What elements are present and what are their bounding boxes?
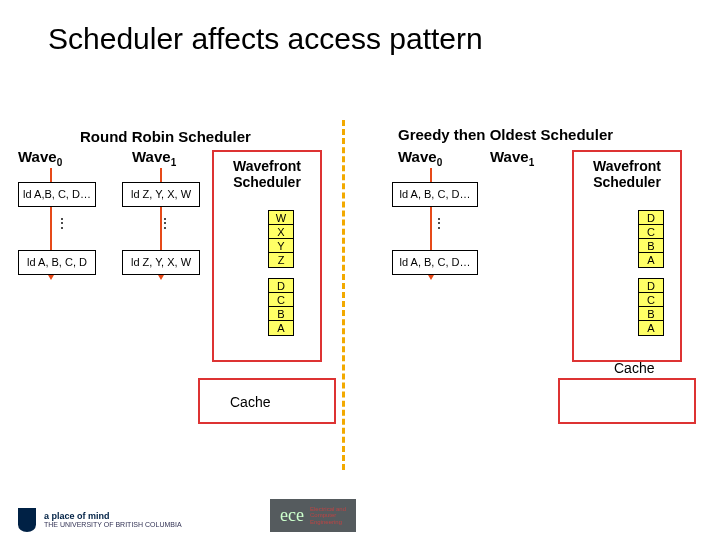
right-box-bot: ld A, B, C, D… xyxy=(392,250,478,275)
ubc-shield-icon xyxy=(18,508,36,532)
left-w1-box-bot: ld Z, Y, X, W xyxy=(122,250,200,275)
stack-cell: A xyxy=(639,321,663,335)
left-w0-box-top: ld A,B, C, D… xyxy=(18,182,96,207)
left-w1-box-top: ld Z, Y, X, W xyxy=(122,182,200,207)
right-scheduler-title: Greedy then Oldest Scheduler xyxy=(398,126,613,143)
ece-sub3: Engineering xyxy=(310,519,342,525)
footer-text: a place of mind THE UNIVERSITY OF BRITIS… xyxy=(44,512,182,529)
left-stack-top: W X Y Z xyxy=(268,210,294,268)
stack-cell: B xyxy=(639,307,663,321)
right-cache xyxy=(558,378,696,424)
ece-text: ece xyxy=(280,505,304,526)
stack-cell: C xyxy=(639,293,663,307)
page-title: Scheduler affects access pattern xyxy=(0,0,720,56)
stack-cell: B xyxy=(639,239,663,253)
stack-cell: D xyxy=(639,211,663,225)
stack-cell: A xyxy=(639,253,663,267)
left-stack-bot: D C B A xyxy=(268,278,294,336)
right-wave1-label: Wave1 xyxy=(490,148,534,168)
wave-sub: 1 xyxy=(171,157,177,168)
footer: a place of mind THE UNIVERSITY OF BRITIS… xyxy=(18,508,182,532)
left-scheduler-title: Round Robin Scheduler xyxy=(80,128,251,145)
ece-badge: ece Electrical and Computer Engineering xyxy=(270,499,356,532)
wave-sub: 1 xyxy=(529,157,535,168)
wave-sub: 0 xyxy=(57,157,63,168)
right-box-top: ld A, B, C, D… xyxy=(392,182,478,207)
left-wf-label: Wavefront Scheduler xyxy=(214,158,320,190)
left-wave0-label: Wave0 xyxy=(18,148,62,168)
ece-subtext: Electrical and Computer Engineering xyxy=(310,506,346,525)
stack-cell: A xyxy=(269,321,293,335)
stack-cell: Y xyxy=(269,239,293,253)
right-wf-label: Wavefront Scheduler xyxy=(574,158,680,190)
left-wave1-label: Wave1 xyxy=(132,148,176,168)
stack-cell: B xyxy=(269,307,293,321)
stack-cell: Z xyxy=(269,253,293,267)
wave-sub: 0 xyxy=(437,157,443,168)
vdots-icon xyxy=(158,215,172,231)
footer-line2: THE UNIVERSITY OF BRITISH COLUMBIA xyxy=(44,521,182,528)
wave-text: Wave xyxy=(18,148,57,165)
vdots-icon xyxy=(55,215,69,231)
stack-cell: D xyxy=(269,279,293,293)
left-wavefront-scheduler: Wavefront Scheduler W X Y Z D C B A xyxy=(212,150,322,362)
wave-text: Wave xyxy=(398,148,437,165)
column-divider xyxy=(342,120,345,470)
right-cache-label: Cache xyxy=(614,360,654,376)
right-wavefront-scheduler: Wavefront Scheduler D C B A D C B A xyxy=(572,150,682,362)
stack-cell: X xyxy=(269,225,293,239)
right-stack-top: D C B A xyxy=(638,210,664,268)
right-stack-bot: D C B A xyxy=(638,278,664,336)
ece-sub1: Electrical and xyxy=(310,506,346,512)
left-w0-box-bot: ld A, B, C, D xyxy=(18,250,96,275)
vdots-icon xyxy=(432,215,446,231)
right-wave0-label: Wave0 xyxy=(398,148,442,168)
stack-cell: D xyxy=(639,279,663,293)
left-cache-label: Cache xyxy=(230,394,270,410)
wave-text: Wave xyxy=(490,148,529,165)
footer-line1: a place of mind xyxy=(44,511,110,521)
stack-cell: W xyxy=(269,211,293,225)
wave-text: Wave xyxy=(132,148,171,165)
ece-sub2: Computer xyxy=(310,512,336,518)
stack-cell: C xyxy=(269,293,293,307)
stack-cell: C xyxy=(639,225,663,239)
diagram-stage: Round Robin Scheduler Wave0 Wave1 ld A,B… xyxy=(0,120,720,480)
